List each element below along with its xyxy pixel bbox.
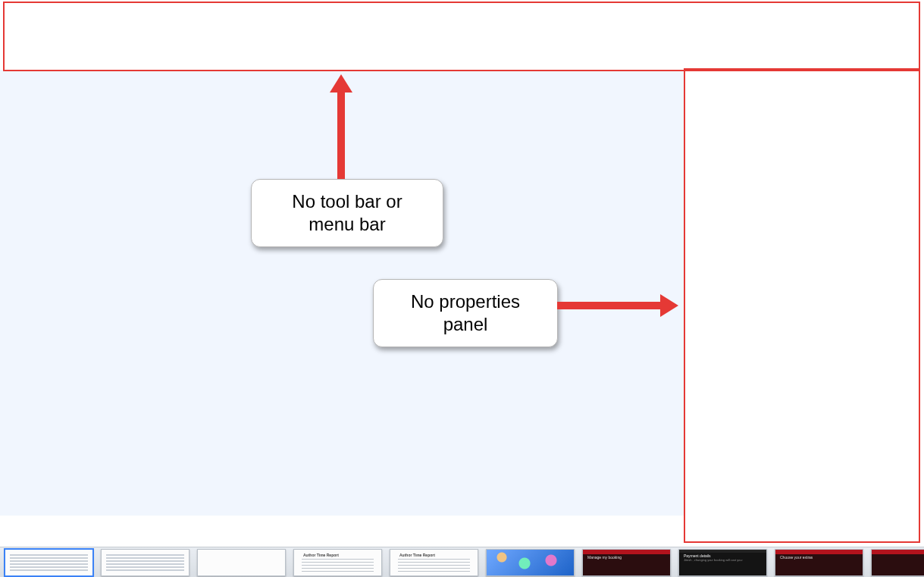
thumbnail[interactable]: Choose your extras	[775, 549, 863, 576]
callout-no-properties: No properties panel	[373, 279, 558, 347]
thumbnail[interactable]	[5, 549, 93, 576]
thumbnail[interactable]: Author Time Report	[293, 549, 382, 576]
arrow-right-icon	[557, 294, 678, 317]
thumbnail[interactable]	[871, 549, 924, 576]
arrow-up-icon	[330, 74, 352, 179]
thumbnail[interactable]	[486, 549, 575, 576]
thumbnail[interactable]: Author Time Report	[390, 549, 478, 576]
right-highlight-frame	[684, 68, 920, 543]
thumbnail-strip: Author Time ReportAuthor Time ReportMana…	[0, 547, 924, 577]
svg-marker-1	[330, 74, 352, 93]
thumbnail[interactable]: Manage my booking	[582, 549, 671, 576]
callout-no-toolbar: No tool bar or menu bar	[251, 179, 443, 247]
thumbnail[interactable]	[197, 549, 286, 576]
thumbnail[interactable]	[101, 549, 189, 576]
thumbnail[interactable]: Payment detailsJitesh , changing your bo…	[678, 549, 767, 576]
svg-marker-3	[660, 294, 678, 317]
top-highlight-frame	[3, 2, 920, 71]
